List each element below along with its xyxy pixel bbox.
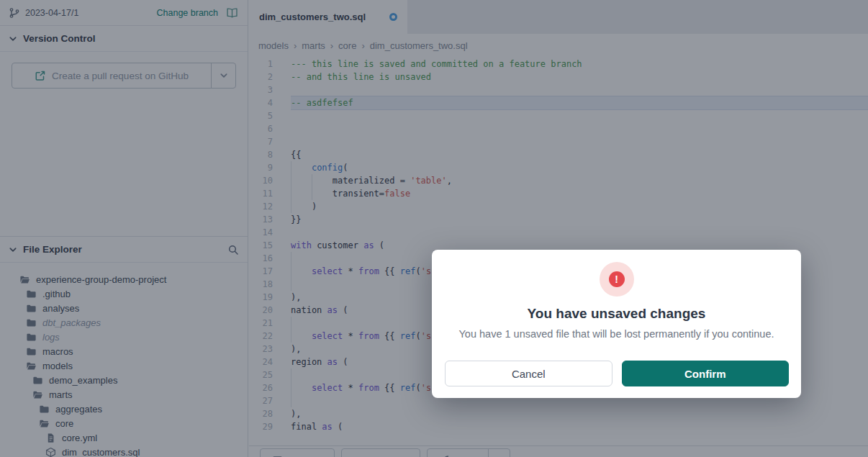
alert-icon-circle: !: [600, 262, 634, 297]
alert-exclamation-icon: !: [609, 271, 625, 287]
modal-actions: Cancel Confirm: [445, 361, 789, 386]
cancel-button[interactable]: Cancel: [445, 361, 612, 386]
unsaved-changes-modal: ! You have unsaved changes You have 1 un…: [432, 250, 801, 398]
dbt-cloud-ide: 2023-04-17/1 Change branch Version Contr…: [0, 0, 868, 457]
confirm-button[interactable]: Confirm: [622, 361, 790, 386]
modal-message: You have 1 unsaved file that will be los…: [432, 328, 801, 340]
modal-title: You have unsaved changes: [432, 306, 801, 322]
